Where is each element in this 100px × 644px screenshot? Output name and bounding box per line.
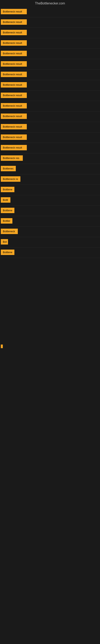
- list-item: Bottlene: [0, 248, 100, 258]
- bottleneck-badge: Bottleneck result: [1, 51, 27, 56]
- bottleneck-badge: Bottl: [1, 197, 10, 203]
- list-item: Bottl: [0, 195, 100, 206]
- list-item: Bottleneck result: [0, 7, 100, 17]
- bottleneck-badge: Bottleneck result: [1, 114, 27, 119]
- bottom-section: [0, 258, 100, 439]
- bottleneck-badge: Bottleneck result: [1, 9, 27, 14]
- list-item: Bottleneck res: [0, 153, 100, 164]
- bottleneck-badge: Bottleneck result: [1, 82, 27, 88]
- bottleneck-badge: Bottleneck result: [1, 124, 27, 130]
- list-item: Bottleneck result: [0, 122, 100, 132]
- bottleneck-badge: Bottlenec: [1, 166, 16, 171]
- bottleneck-badge: Bottleneck result: [1, 103, 27, 108]
- bottleneck-badge: Bot: [1, 239, 8, 244]
- list-item: Bot: [0, 237, 100, 248]
- list-item: Bottleneck result: [0, 143, 100, 153]
- list-item: Bottleneck result: [0, 101, 100, 112]
- bottom-bar: [0, 342, 100, 349]
- bottleneck-badge: Bottleneck result: [1, 40, 27, 46]
- bottleneck-badge: Bottleneck result: [1, 61, 27, 66]
- bottleneck-badge: Bottleneck: [1, 228, 18, 234]
- bottleneck-badge: Bottleneck result: [1, 92, 27, 98]
- list-item: Bottleneck result: [0, 38, 100, 49]
- list-item: Bottleneck result: [0, 132, 100, 143]
- list-item: Bottleneck result: [0, 70, 100, 80]
- bottleneck-badge: Bottleneck result: [1, 30, 27, 35]
- list-item: Bottler: [0, 216, 100, 226]
- bottleneck-badge: Bottlene: [1, 208, 14, 213]
- small-bottom-bar: [1, 344, 3, 348]
- list-item: Bottleneck result: [0, 90, 100, 101]
- bottleneck-badge: Bottleneck re: [1, 176, 20, 182]
- list-item: Bottlenec: [0, 164, 100, 174]
- list-item: Bottleneck re: [0, 174, 100, 185]
- list-item: Bottleneck result: [0, 80, 100, 90]
- bottleneck-badge: Bottleneck res: [1, 155, 23, 161]
- site-header: TheBottlenecker.com: [0, 0, 100, 7]
- site-title: TheBottlenecker.com: [0, 0, 100, 7]
- list-item: Bottlene: [0, 185, 100, 195]
- bottleneck-badge: Bottleneck result: [1, 145, 27, 150]
- list-item: Bottleneck result: [0, 17, 100, 28]
- bottleneck-badge: Bottleneck result: [1, 19, 27, 25]
- list-item: Bottleneck result: [0, 28, 100, 38]
- bottleneck-badge: Bottleneck result: [1, 72, 27, 77]
- bottleneck-badge: Bottlene: [1, 250, 14, 255]
- bottleneck-list: Bottleneck resultBottleneck resultBottle…: [0, 7, 100, 258]
- bottleneck-badge: Bottlene: [1, 187, 14, 192]
- list-item: Bottleneck result: [0, 59, 100, 70]
- list-item: Bottlene: [0, 206, 100, 216]
- bottleneck-badge: Bottleneck result: [1, 134, 27, 140]
- list-item: Bottleneck: [0, 226, 100, 237]
- list-item: Bottleneck result: [0, 112, 100, 122]
- bottleneck-badge: Bottler: [1, 218, 12, 224]
- list-item: Bottleneck result: [0, 49, 100, 59]
